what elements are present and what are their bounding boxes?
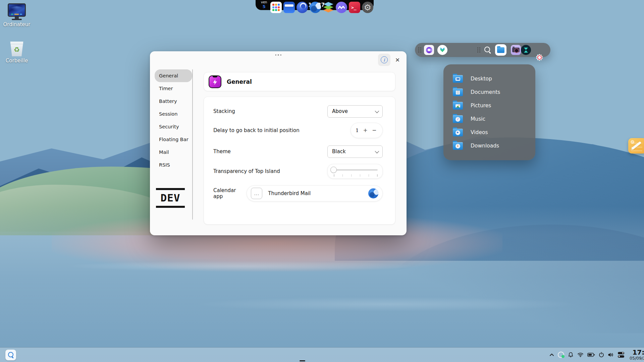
- info-icon: i: [381, 56, 388, 63]
- files-app-icon-active[interactable]: [495, 44, 506, 56]
- sidebar-item-label: Battery: [159, 99, 177, 104]
- notes-line: [631, 150, 642, 151]
- setting-label: Stacking: [213, 108, 235, 114]
- transparency-slider[interactable]: [327, 164, 383, 179]
- drag-handle-icon[interactable]: [418, 48, 421, 53]
- settings-card: Stacking Above Delay to go back to initi…: [204, 97, 395, 225]
- running-app-indicator: [300, 360, 305, 361]
- terminal-app-icon[interactable]: >_: [349, 2, 360, 13]
- hourglass-icon: [524, 48, 528, 50]
- sidebar-item-session[interactable]: Session: [155, 108, 192, 120]
- island-day-label: ven: [261, 1, 267, 4]
- thunderbird-app-icon[interactable]: [310, 2, 321, 13]
- folder-downloads-icon: ↓: [453, 142, 463, 150]
- power-icon[interactable]: [599, 352, 604, 357]
- files-app-icon[interactable]: [283, 2, 295, 13]
- tray-status-icon[interactable]: [558, 352, 564, 358]
- close-button[interactable]: ✕: [393, 56, 402, 64]
- menu-item-label: Pictures: [471, 103, 491, 109]
- sidebar-divider: [192, 69, 193, 220]
- sidebar-item-label: Security: [159, 124, 179, 129]
- taskbar: [0, 347, 644, 362]
- sidebar-item-mail[interactable]: Mail: [155, 146, 192, 159]
- taskbar-app-icons: >_ ⚙: [270, 2, 373, 13]
- updates-app-icon[interactable]: [437, 45, 447, 55]
- menu-item-pictures[interactable]: Pictures: [453, 99, 535, 112]
- quick-toggles-icon[interactable]: [618, 352, 624, 358]
- sidebar-item-label: Mail: [159, 149, 169, 155]
- tray-expand-chevron-icon[interactable]: [549, 353, 554, 356]
- setting-row-stacking: Stacking Above: [213, 102, 383, 121]
- system-gear-app-icon[interactable]: ⚙: [362, 2, 373, 13]
- desktop-icon-label: Corbeille: [0, 58, 34, 64]
- notes-app-icon[interactable]: ✓: [628, 138, 644, 154]
- dropdown-value: Above: [332, 108, 348, 114]
- theme-dropdown[interactable]: Black: [327, 145, 383, 158]
- setting-label: Theme: [213, 148, 231, 155]
- sidebar-item-label: Floating Bar: [159, 137, 189, 142]
- settings-gear-icon[interactable]: ⚙: [534, 52, 544, 62]
- stacking-dropdown[interactable]: Above: [327, 105, 383, 118]
- window-drag-dots-icon[interactable]: [274, 53, 283, 57]
- notifications-bell-icon[interactable]: [568, 352, 574, 358]
- chevron-down-icon: [375, 149, 379, 153]
- layer-icon: [323, 2, 333, 6]
- sidebar-item-security[interactable]: Security: [155, 120, 192, 133]
- gear-icon: ⚙: [364, 3, 371, 12]
- tray-clock[interactable]: 17:37 05/09/2025: [630, 349, 644, 361]
- console-app-icon[interactable]: [424, 45, 434, 55]
- hourglass-icon: [524, 50, 528, 53]
- desktop-icon-label: Ordinateur: [0, 21, 34, 27]
- lightning-bolt-icon: [209, 75, 221, 88]
- timer-app-icon[interactable]: [521, 45, 531, 55]
- folder-desktop-icon: [453, 75, 463, 83]
- setting-row-delay: Delay to go back to initial position 1 +…: [213, 121, 383, 140]
- sidebar-item-timer[interactable]: Timer: [155, 82, 192, 95]
- menu-item-documents[interactable]: Documents: [453, 85, 535, 99]
- sidebar-item-rsis[interactable]: RSIS: [155, 159, 192, 171]
- menu-item-label: Downloads: [471, 143, 499, 149]
- sidebar-item-label: Session: [159, 111, 177, 117]
- drag-handle-icon[interactable]: [477, 48, 480, 53]
- setting-row-transparency: Transparency of Top Island: [213, 161, 383, 181]
- setting-row-theme: Theme Black: [213, 142, 383, 161]
- sidebar-item-general[interactable]: General: [155, 69, 192, 82]
- app-grid-icon[interactable]: [270, 2, 282, 13]
- volume-icon[interactable]: [608, 352, 614, 357]
- folders-menu: Desktop Documents Pictures ♪ Music ▶ Vid…: [443, 64, 535, 160]
- wifi-icon[interactable]: [577, 352, 584, 357]
- desktop-icon-computer[interactable]: Ordinateur: [0, 3, 34, 27]
- floating-bar: ⚙: [415, 43, 550, 57]
- info-button[interactable]: i: [378, 54, 390, 66]
- menu-item-desktop[interactable]: Desktop: [453, 72, 535, 85]
- menu-item-videos[interactable]: ▶ Videos: [453, 126, 535, 139]
- delay-spinbox[interactable]: 1 + −: [351, 123, 383, 138]
- slider-track[interactable]: [333, 169, 378, 171]
- dropdown-value: Black: [332, 148, 346, 155]
- menu-item-music[interactable]: ♪ Music: [453, 112, 535, 126]
- camera-app-icon[interactable]: [511, 45, 521, 55]
- folder-documents-icon: [453, 88, 463, 96]
- gear-icon: ⚙: [535, 53, 543, 62]
- slider-handle[interactable]: [330, 167, 337, 173]
- island-date-number: 5: [261, 4, 267, 9]
- calendar-app-picker[interactable]: ... Thunderbird Mail: [247, 185, 383, 201]
- spinbox-decrement-button[interactable]: −: [372, 128, 376, 133]
- search-icon[interactable]: [484, 46, 491, 54]
- web-browser-icon[interactable]: [297, 2, 308, 13]
- chevron-down-icon: [375, 109, 379, 113]
- menu-item-downloads[interactable]: ↓ Downloads: [453, 139, 535, 153]
- wave-app-icon[interactable]: [336, 2, 347, 13]
- layers-app-icon[interactable]: [323, 2, 334, 13]
- console-logo: [426, 47, 432, 53]
- sidebar-item-label: Timer: [159, 86, 173, 91]
- taskbar-search-button[interactable]: [5, 350, 16, 360]
- browse-button[interactable]: ...: [251, 188, 262, 199]
- sidebar-item-battery[interactable]: Battery: [155, 95, 192, 108]
- spinbox-increment-button[interactable]: +: [363, 128, 368, 133]
- sidebar-item-floating-bar[interactable]: Floating Bar: [155, 133, 192, 146]
- desktop-icon-trash[interactable]: ♻ Corbeille: [0, 42, 34, 64]
- wallpaper-layer: [193, 297, 580, 311]
- spinbox-value: 1: [356, 127, 359, 133]
- battery-icon[interactable]: [587, 353, 595, 357]
